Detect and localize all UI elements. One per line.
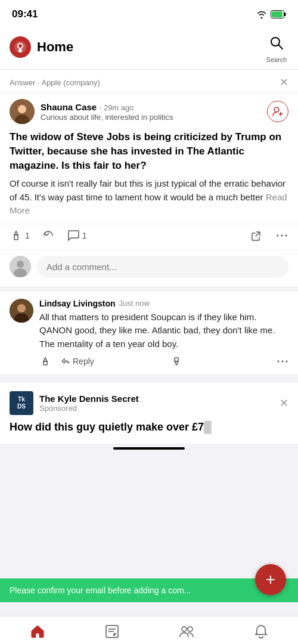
author-name: Shauna Case: [41, 102, 97, 112]
comment-time: Just now: [119, 299, 150, 308]
status-time: 09:41: [12, 8, 38, 20]
svg-point-21: [17, 261, 24, 268]
page-title: Home: [37, 39, 73, 55]
svg-point-19: [285, 234, 287, 236]
nav-home[interactable]: [20, 621, 55, 642]
sponsored-title: How did this guy quietly make over £7█: [10, 420, 288, 435]
author-bio: Curious about life, interested in politi…: [41, 113, 261, 122]
sponsored-card: Tk DS The Kyle Dennis Secret Sponsored ✕…: [0, 379, 298, 443]
author-row: Shauna Case · 29m ago Curious about life…: [0, 93, 298, 128]
follow-button[interactable]: [267, 101, 288, 122]
post-close-button[interactable]: ✕: [280, 76, 288, 89]
search-button[interactable]: Search: [265, 31, 288, 63]
comment-card: Lindsay Livingston Just now All that mat…: [0, 291, 298, 375]
home-indicator: [113, 447, 185, 450]
sponsored-logo: Tk DS: [10, 391, 33, 415]
svg-point-35: [188, 627, 193, 631]
app-logo: [10, 36, 31, 58]
nav-spaces[interactable]: [169, 621, 204, 642]
svg-point-10: [18, 105, 26, 113]
wifi-icon: [256, 10, 267, 18]
svg-point-17: [277, 234, 279, 236]
comment-text: All that matters to president Soupcan is…: [39, 311, 288, 351]
svg-point-28: [277, 361, 279, 363]
comment-button[interactable]: 1: [67, 229, 87, 242]
post-more-button[interactable]: [275, 229, 288, 242]
svg-point-29: [281, 361, 283, 363]
sponsored-name: The Kyle Dennis Secret: [39, 394, 139, 404]
comment-upvote-button[interactable]: [39, 355, 51, 367]
comment-more-button[interactable]: [277, 355, 288, 367]
comment-input-row: [0, 249, 298, 286]
svg-rect-6: [18, 49, 22, 52]
sponsored-header: Tk DS The Kyle Dennis Secret Sponsored ✕: [10, 391, 288, 415]
svg-rect-27: [175, 358, 178, 361]
svg-point-18: [281, 234, 283, 236]
comment-reply-button[interactable]: Reply: [61, 357, 94, 366]
sponsored-logo-row: Tk DS The Kyle Dennis Secret Sponsored: [10, 391, 139, 415]
search-label: Search: [266, 56, 287, 63]
svg-point-5: [18, 44, 22, 48]
answer-tag-row: Answer · Apple (company) ✕: [0, 70, 298, 93]
svg-point-30: [285, 361, 287, 363]
comment-content: Lindsay Livingston Just now All that mat…: [39, 299, 288, 368]
comment-downvote-button[interactable]: [170, 355, 182, 367]
battery-icon: [271, 10, 286, 18]
search-icon: [265, 31, 288, 55]
header: Home Search: [0, 26, 298, 70]
email-banner-text: Please confirm your email before adding …: [10, 586, 191, 595]
author-info: Shauna Case · 29m ago Curious about life…: [41, 102, 261, 122]
bottom-nav: [0, 616, 298, 644]
svg-rect-26: [44, 361, 47, 365]
share-button[interactable]: [42, 229, 55, 242]
post-share-button[interactable]: [250, 229, 263, 242]
commenter-avatar: [10, 299, 33, 323]
svg-point-24: [17, 304, 26, 312]
post-card: Answer · Apple (company) ✕ Shauna Case ·…: [0, 70, 298, 286]
email-banner: Please confirm your email before adding …: [0, 578, 298, 602]
nav-notifications[interactable]: [244, 621, 278, 642]
question-title: The widow of Steve Jobs is being critici…: [0, 128, 298, 177]
upvote-button[interactable]: 1: [10, 229, 30, 242]
status-bar: 09:41: [0, 0, 298, 26]
svg-point-13: [274, 107, 279, 112]
comment-author-row: Lindsay Livingston Just now: [39, 299, 288, 308]
reply-label: Reply: [73, 357, 94, 366]
current-user-avatar: [10, 256, 31, 277]
fab-button[interactable]: +: [255, 564, 286, 595]
svg-rect-1: [284, 13, 286, 16]
nav-write[interactable]: [95, 621, 129, 642]
author-time: · 29m ago: [100, 103, 134, 112]
author-avatar: [10, 99, 35, 124]
upvote-count: 1: [25, 231, 30, 240]
answer-body: Of course it isn't really fair but this …: [0, 177, 298, 224]
post-action-bar: 1 1: [0, 224, 298, 249]
comment-input[interactable]: [37, 256, 288, 278]
comment-item: Lindsay Livingston Just now All that mat…: [0, 291, 298, 375]
sponsored-close-button[interactable]: ✕: [280, 397, 288, 410]
svg-rect-16: [14, 235, 18, 240]
comment-action-bar: Reply: [39, 355, 288, 367]
sponsored-label: Sponsored: [39, 404, 139, 413]
svg-rect-2: [272, 11, 283, 17]
answer-tag-text: Answer · Apple (company): [10, 78, 100, 87]
commenter-name: Lindsay Livingston: [39, 299, 116, 308]
svg-line-8: [279, 45, 283, 49]
header-left: Home: [10, 36, 73, 58]
svg-point-34: [182, 627, 187, 631]
comment-count: 1: [82, 231, 87, 240]
status-icons: [256, 10, 286, 18]
